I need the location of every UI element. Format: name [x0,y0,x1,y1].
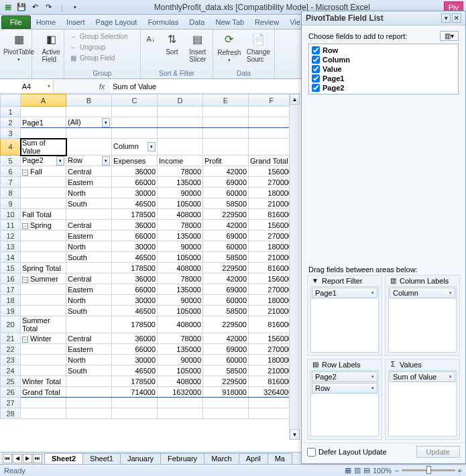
view-normal-icon[interactable]: ▦ [345,466,351,475]
sheet-nav-last[interactable]: ⏭ [33,454,42,463]
col-header-F[interactable]: F [249,95,294,107]
row-header-2[interactable]: 2 [1,117,21,128]
change-source-button[interactable]: 📄Change Sourc [245,31,272,63]
row-header-22[interactable]: 22 [1,344,21,355]
insert-slicer-button[interactable]: ▤Insert Slicer [186,31,210,63]
tab-formulas[interactable]: Formulas [142,16,184,28]
row-header-5[interactable]: 5 [1,156,21,166]
undo-icon[interactable]: ↶ [30,2,40,13]
zoom-level[interactable]: 100% [373,467,392,475]
qat-dropdown-icon[interactable]: ▾ [70,2,80,13]
row-header-27[interactable]: 27 [1,398,21,408]
tab-home[interactable]: Home [31,16,61,28]
tab-data[interactable]: Data [184,16,210,28]
row-header-3[interactable]: 3 [1,128,21,139]
row-header-16[interactable]: 16 [1,274,21,284]
page1-filter-dropdown[interactable]: ▾ [102,118,110,127]
collapse-icon[interactable]: − [22,337,28,343]
row-header-20[interactable]: 20 [1,316,21,333]
sheet-tab-ma[interactable]: Ma [268,453,292,464]
row-header-4[interactable]: 4 [1,139,21,156]
active-field-button[interactable]: ◧ Active Field [35,31,67,63]
defer-update-checkbox[interactable]: Defer Layout Update [307,448,387,457]
tab-review[interactable]: Review [249,16,284,28]
row-dropdown[interactable]: ▾ [102,156,110,166]
row-header-11[interactable]: 11 [1,220,21,231]
scroll-up-icon[interactable]: ▲ [290,94,300,105]
sheet-tab-april[interactable]: April [239,453,268,464]
vertical-scrollbar[interactable]: ▲ ▼ [289,94,300,440]
row-header-9[interactable]: 9 [1,198,21,209]
collapse-icon[interactable]: − [22,223,28,229]
col-header-B[interactable]: B [66,95,112,107]
row-header-18[interactable]: 18 [1,295,21,306]
sheet-nav-first[interactable]: ⏮ [3,454,12,463]
zoom-in-button[interactable]: + [458,467,462,475]
area-chip-column[interactable]: Column▾ [390,288,455,298]
view-layout-icon[interactable]: ▥ [354,466,361,475]
row-header-12[interactable]: 12 [1,231,21,241]
collapse-icon[interactable]: − [22,170,28,176]
row-header-24[interactable]: 24 [1,365,21,376]
pivottable-button[interactable]: ▦ PivotTable ▾ [3,31,35,62]
row-header-10[interactable]: 10 [1,209,21,220]
field-row[interactable]: Row [312,46,455,55]
area-chip-page2[interactable]: Page2▾ [312,371,377,382]
zoom-out-button[interactable]: − [394,467,398,475]
field-layout-button[interactable]: ▥▾ [440,31,459,41]
sort-button[interactable]: ⇅Sort [161,31,183,56]
row-header-21[interactable]: 21 [1,333,21,344]
area-row-labels[interactable]: ▤Row Labels Page2▾Row▾ [307,359,382,440]
view-pagebreak-icon[interactable]: ▤ [363,466,370,475]
scroll-down-icon[interactable]: ▼ [290,429,300,440]
save-icon[interactable]: 💾 [16,2,27,13]
col-header-E[interactable]: E [203,95,249,107]
tab-new-tab[interactable]: New Tab [210,16,249,28]
page2-dropdown[interactable]: ▾ [56,156,64,166]
row-header-7[interactable]: 7 [1,177,21,188]
sheet-nav-prev[interactable]: ◀ [13,454,22,463]
row-header-1[interactable]: 1 [1,107,21,117]
collapse-icon[interactable]: − [22,277,28,283]
sort-asc-button[interactable]: A↓ [143,31,158,47]
col-header-A[interactable]: A [21,95,66,107]
tab-page-layout[interactable]: Page Layout [91,16,143,28]
fx-icon[interactable]: fx [94,82,110,91]
area-chip-row[interactable]: Row▾ [312,383,377,394]
col-header-C[interactable]: C [112,95,158,107]
sheet-tab-march[interactable]: March [204,453,239,464]
row-header-19[interactable]: 19 [1,306,21,316]
area-chip-sum-of-value[interactable]: Sum of Value▾ [390,371,455,382]
column-dropdown[interactable]: ▾ [148,142,156,152]
area-chip-page1[interactable]: Page1▾ [312,288,377,298]
field-value[interactable]: Value [312,64,455,74]
refresh-button[interactable]: ⟳Refresh▾ [216,31,243,63]
row-header-28[interactable]: 28 [1,408,21,419]
field-list[interactable]: RowColumnValuePage1Page2 [308,44,459,95]
row-header-15[interactable]: 15 [1,263,21,274]
row-header-14[interactable]: 14 [1,252,21,263]
name-box[interactable]: A4 [0,79,54,93]
row-header-8[interactable]: 8 [1,188,21,198]
file-tab[interactable]: File [1,15,31,29]
pane-close-icon[interactable]: ✕ [452,13,461,23]
row-header-26[interactable]: 26 [1,387,21,398]
tab-insert[interactable]: Insert [61,16,91,28]
row-header-13[interactable]: 13 [1,241,21,252]
sheet-nav-next[interactable]: ▶ [23,454,32,463]
pane-dropdown-icon[interactable]: ▾ [441,13,451,23]
row-header-23[interactable]: 23 [1,355,21,365]
zoom-slider[interactable] [402,469,455,471]
sheet-tab-february[interactable]: February [160,453,205,464]
row-header-25[interactable]: 25 [1,376,21,387]
update-button[interactable]: Update [416,446,460,458]
col-header-D[interactable]: D [158,95,203,107]
redo-icon[interactable]: ↷ [43,2,54,13]
field-page2[interactable]: Page2 [312,83,455,93]
sheet-tab-january[interactable]: January [120,453,161,464]
area-report-filter[interactable]: ▼Report Filter Page1▾ [307,275,382,356]
active-cell[interactable]: Sum of Value [21,139,66,156]
sheet-tab-sheet2[interactable]: Sheet2 [44,453,83,464]
row-header-17[interactable]: 17 [1,284,21,295]
sheet-tab-sheet1[interactable]: Sheet1 [82,453,121,464]
